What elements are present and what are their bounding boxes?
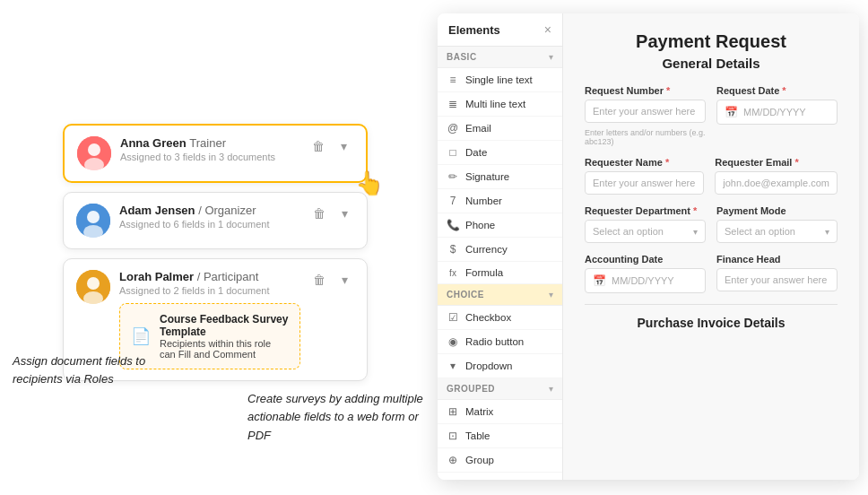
choice-arrow-icon: ▾	[549, 290, 553, 300]
element-label: Table	[465, 430, 490, 441]
table-icon: ⊡	[447, 430, 459, 442]
role-actions-adam: 🗑 ▾	[309, 204, 354, 223]
element-number[interactable]: 7 Number	[438, 189, 562, 213]
element-phone[interactable]: 📞 Phone	[438, 213, 562, 238]
pdf-icon: 📄	[131, 326, 151, 346]
roles-cards-container: Anna Green Trainer Assigned to 3 fields …	[63, 124, 368, 390]
input-request-number[interactable]: Enter your answer here	[585, 100, 706, 123]
input-requester-name[interactable]: Enter your answer here	[585, 171, 704, 195]
delete-icon-lorah[interactable]: 🗑	[309, 270, 329, 290]
date-icon: □	[447, 146, 459, 159]
form-row-2: Requester Name * Enter your answer here …	[585, 157, 838, 195]
formula-icon: fx	[447, 268, 459, 278]
select-placeholder: Select an option	[593, 226, 664, 237]
right-panel: Elements × BASIC ▾ ≡ Single line text ≣ …	[438, 13, 859, 480]
form-subtitle: General Details	[585, 56, 838, 71]
sub-card-lorah: 📄 Course Feedback Survey Template Recipi…	[119, 303, 300, 369]
input-finance-head[interactable]: Enter your answer here	[716, 268, 838, 291]
role-info-adam: Adam Jensen / Organizer Assigned to 6 fi…	[119, 204, 300, 230]
input-accounting-date[interactable]: 📅 MM/DD/YYYY	[585, 268, 706, 293]
label-request-number: Request Number *	[585, 85, 706, 96]
close-button[interactable]: ×	[544, 22, 551, 37]
label-accounting-date: Accounting Date	[585, 254, 706, 265]
element-dropdown[interactable]: ▾ Dropdown	[438, 354, 562, 378]
email-icon: @	[447, 122, 459, 135]
element-currency[interactable]: $ Currency	[438, 238, 562, 262]
grouped-arrow-icon: ▾	[549, 384, 553, 394]
select-department[interactable]: Select an option ▾	[585, 220, 706, 243]
role-sub-adam: Assigned to 6 fields in 1 document	[119, 219, 300, 230]
element-date[interactable]: □ Date	[438, 141, 562, 165]
chevron-down-icon[interactable]: ▾	[334, 136, 353, 156]
basic-section-header[interactable]: BASIC ▾	[438, 47, 562, 68]
required-star: *	[666, 85, 670, 96]
element-label: Email	[465, 123, 491, 134]
element-radio[interactable]: ◉ Radio button	[438, 330, 562, 354]
currency-icon: $	[447, 243, 459, 256]
elements-sidebar: Elements × BASIC ▾ ≡ Single line text ≣ …	[438, 13, 563, 480]
label-payment-mode: Payment Mode	[716, 205, 838, 216]
element-table[interactable]: ⊡ Table	[438, 424, 562, 448]
calendar-icon: 📅	[725, 106, 738, 118]
form-group-department: Requester Department * Select an option …	[585, 205, 706, 243]
element-label: Number	[465, 195, 502, 206]
delete-icon-adam[interactable]: 🗑	[309, 204, 329, 223]
role-name-anna: Anna Green Trainer	[120, 136, 299, 150]
form-section-purchase: Purchase Invoice Details	[585, 304, 838, 330]
element-label: Matrix	[465, 406, 493, 417]
form-row-1: Request Number * Enter your answer here …	[585, 85, 838, 146]
label-request-date: Request Date *	[716, 85, 838, 96]
single-line-icon: ≡	[447, 74, 459, 86]
sub-card-text: Course Feedback Survey Template Recipien…	[160, 313, 289, 360]
basic-arrow-icon: ▾	[549, 52, 553, 62]
form-group-payment-mode: Payment Mode Select an option ▾	[716, 205, 838, 243]
element-group[interactable]: ⊕ Group	[438, 448, 562, 473]
element-matrix[interactable]: ⊞ Matrix	[438, 400, 562, 424]
element-label: Dropdown	[465, 360, 512, 371]
role-actions-anna: 🗑 ▾	[308, 136, 353, 156]
role-sub-anna: Assigned to 3 fields in 3 documents	[120, 152, 299, 162]
select-payment-mode[interactable]: Select an option ▾	[716, 220, 838, 243]
form-row-3: Requester Department * Select an option …	[585, 205, 838, 243]
avatar-adam	[76, 204, 110, 238]
grouped-label: GROUPED	[447, 384, 495, 394]
element-multi-line-text[interactable]: ≣ Multi line text	[438, 92, 562, 117]
input-request-date[interactable]: 📅 MM/DD/YYYY	[716, 100, 838, 125]
avatar-lorah	[76, 270, 110, 304]
element-single-line-text[interactable]: ≡ Single line text	[438, 68, 562, 92]
role-info-lorah: Lorah Palmer / Participant Assigned to 2…	[119, 270, 300, 369]
element-label: Date	[465, 147, 487, 158]
avatar-anna	[77, 136, 111, 170]
delete-icon[interactable]: 🗑	[308, 136, 328, 156]
role-card-anna[interactable]: Anna Green Trainer Assigned to 3 fields …	[63, 124, 368, 183]
date-placeholder: MM/DD/YYYY	[612, 275, 674, 286]
hint-request-number: Enter letters and/or numbers (e.g. abc12…	[585, 128, 706, 146]
multi-line-icon: ≣	[447, 98, 459, 110]
element-checkbox[interactable]: ☑ Checkbox	[438, 306, 562, 330]
role-card-adam[interactable]: Adam Jensen / Organizer Assigned to 6 fi…	[63, 192, 368, 249]
form-group-accounting-date: Accounting Date 📅 MM/DD/YYYY	[585, 254, 706, 293]
element-signature[interactable]: ✏ Signature	[438, 165, 562, 189]
grouped-section-header[interactable]: GROUPED ▾	[438, 378, 562, 400]
chevron-down-icon-adam[interactable]: ▾	[334, 204, 354, 223]
form-group-requester-email: Requester Email * john.doe@example.com	[715, 157, 838, 195]
signature-icon: ✏	[447, 170, 459, 183]
svg-point-7	[87, 277, 100, 290]
element-label: Signature	[465, 171, 509, 182]
element-formula[interactable]: fx Formula	[438, 262, 562, 284]
chevron-down-icon-lorah[interactable]: ▾	[334, 270, 354, 290]
label-department: Requester Department *	[585, 205, 706, 216]
required-star: *	[665, 157, 669, 168]
choice-section-header[interactable]: CHOICE ▾	[438, 284, 562, 306]
role-sub-lorah: Assigned to 2 fields in 1 document	[119, 285, 300, 296]
element-label: Phone	[465, 220, 495, 230]
form-group-request-number: Request Number * Enter your answer here …	[585, 85, 706, 146]
role-title-lorah: / Participant	[197, 270, 259, 283]
required-star: *	[794, 157, 798, 168]
element-email[interactable]: @ Email	[438, 117, 562, 141]
element-label: Multi line text	[465, 99, 525, 109]
sidebar-header: Elements ×	[438, 13, 562, 47]
input-requester-email[interactable]: john.doe@example.com	[715, 171, 838, 195]
required-star: *	[782, 85, 786, 96]
dropdown-arrow-icon: ▾	[825, 227, 829, 237]
